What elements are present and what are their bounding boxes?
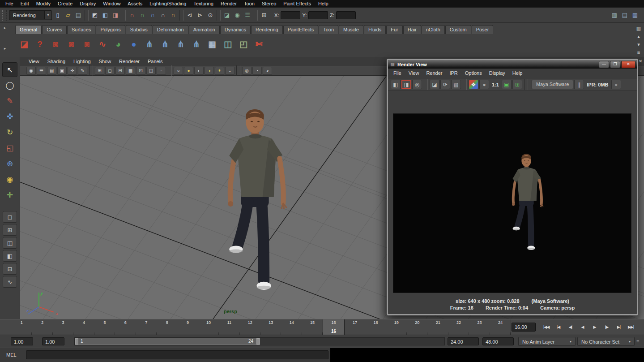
panel-menu-renderer[interactable]: Renderer	[115, 57, 144, 66]
step-back-one-key-button[interactable]: |◀	[553, 322, 564, 332]
ipr-render-icon[interactable]: ◉	[232, 10, 242, 20]
timeline-frame-2[interactable]: 2	[32, 319, 52, 335]
ipr-status-icon[interactable]: ●	[611, 80, 621, 89]
maximize-button[interactable]: ❐	[610, 61, 620, 68]
keep-image-icon[interactable]: ⊞	[512, 80, 522, 89]
rotate-tool[interactable]: ↻	[2, 125, 17, 140]
select-object-icon[interactable]: ◧	[100, 10, 110, 20]
show-tool-settings-icon[interactable]: ▤	[620, 10, 630, 20]
render-view-menu-options[interactable]: Options	[461, 69, 486, 78]
construction-history-icon[interactable]: ⊙	[205, 10, 215, 20]
play-backwards-button[interactable]: ◀	[577, 322, 588, 332]
save-scene-icon[interactable]: ▤	[73, 10, 83, 20]
timeline-frame-1[interactable]: 1	[11, 319, 32, 335]
refresh-ipr-image-icon[interactable]: ⟳	[440, 80, 450, 89]
playback-end-field[interactable]: 24.00	[448, 337, 479, 345]
render-view-menu-help[interactable]: Help	[509, 69, 526, 78]
shelf-tab-general[interactable]: General	[15, 25, 42, 34]
timeline-frame-21[interactable]: 21	[427, 319, 448, 335]
render-view-menu-display[interactable]: Display	[486, 69, 509, 78]
range-slider-track[interactable]: 1 24	[74, 337, 445, 345]
chevron-down-icon[interactable]: ▼	[44, 11, 51, 19]
node-network-icon-2[interactable]: ⋔	[158, 37, 172, 52]
command-output[interactable]	[330, 348, 644, 362]
group-divider[interactable]	[85, 10, 89, 21]
z-input[interactable]	[336, 11, 356, 19]
timeline-frame-12[interactable]: 12	[240, 319, 260, 335]
shelf-tab-fluids[interactable]: Fluids	[364, 25, 386, 34]
close-button[interactable]: ✕	[621, 61, 635, 68]
snapshot-icon[interactable]: ◎	[412, 80, 422, 89]
menu-item-display[interactable]: Display	[76, 0, 99, 8]
render-settings-icon[interactable]: ☰	[243, 10, 252, 20]
timeline-frame-19[interactable]: 19	[386, 319, 407, 335]
group-divider[interactable]	[179, 10, 183, 21]
pan-zoom-icon[interactable]: ✛	[68, 67, 77, 75]
step-forward-one-key-button[interactable]: ▶|	[613, 322, 624, 332]
status-line-grip[interactable]	[2, 10, 7, 21]
wireframe-icon[interactable]: ○	[174, 67, 183, 75]
shelf-tab-animation[interactable]: Animation	[189, 25, 220, 34]
group-divider[interactable]	[122, 10, 126, 21]
make-live-icon[interactable]: ∩	[168, 10, 178, 20]
menu-item-toon[interactable]: Toon	[240, 0, 258, 8]
timeline-frame-23[interactable]: 23	[469, 319, 490, 335]
textured-icon[interactable]: ◑	[205, 67, 214, 75]
selection-mask-icon[interactable]: ⊞	[259, 10, 269, 20]
output-connections-icon[interactable]: ⊳	[195, 10, 205, 20]
node-network-icon-1[interactable]: ⋔	[142, 37, 157, 52]
select-camera-icon[interactable]: ◉	[26, 67, 36, 75]
sphere-green-icon[interactable]: ◕	[111, 37, 125, 52]
clapperboard-icon[interactable]: ◪	[17, 37, 31, 52]
knife-icon[interactable]: ✄	[252, 37, 266, 52]
menu-set-selector[interactable]: Rendering ▼	[9, 10, 52, 20]
sphere-blue-icon[interactable]: ●	[127, 37, 141, 52]
timeline-frame-4[interactable]: 4	[73, 319, 94, 335]
gate-mask-icon[interactable]: ▩	[126, 67, 135, 75]
shelf-tab-polygons[interactable]: Polygons	[96, 25, 125, 34]
shelf-tab-surfaces[interactable]: Surfaces	[67, 25, 95, 34]
curve-swirl-icon[interactable]: ∿	[95, 37, 110, 52]
shelf-collapse-icon[interactable]: ▸	[2, 26, 8, 30]
timeline-frame-20[interactable]: 20	[407, 319, 427, 335]
shelf-tab-poser[interactable]: Poser	[472, 25, 494, 34]
timeline-frame-13[interactable]: 13	[260, 319, 281, 335]
go-to-end-button[interactable]: ▶▶|	[625, 322, 636, 332]
shelf-tab-custom[interactable]: Custom	[445, 25, 471, 34]
group-divider[interactable]	[168, 65, 172, 76]
render-view-titlebar[interactable]: ▨ Render View —❐✕	[388, 60, 637, 69]
smooth-shade-icon[interactable]: ●	[184, 67, 193, 75]
shelf-menu-icon[interactable]: ≡	[635, 49, 642, 56]
range-options-icon[interactable]: ≡	[636, 338, 639, 344]
group-divider[interactable]	[424, 79, 428, 90]
camera-aim-up-icon[interactable]: ◙	[80, 37, 94, 52]
group-divider[interactable]	[254, 10, 258, 21]
shelf-tab-toon[interactable]: Toon	[319, 25, 338, 34]
range-start-handle[interactable]	[75, 338, 78, 345]
minimize-button[interactable]: —	[599, 61, 609, 68]
grid-icon[interactable]: ⊞	[95, 67, 104, 75]
film-gate-icon[interactable]: ◻	[105, 67, 115, 75]
soft-modification-tool[interactable]: ◉	[2, 172, 17, 187]
lasso-select-tool[interactable]: ◯	[2, 78, 17, 93]
exposure-icon[interactable]: ◕	[263, 67, 272, 75]
resolution-gate-icon[interactable]: ⊟	[115, 67, 125, 75]
timeline-frame-9[interactable]: 9	[177, 319, 198, 335]
play-forwards-button[interactable]: ▶	[589, 322, 600, 332]
animation-start-field[interactable]: 1.00	[11, 337, 33, 345]
timeline-frame-5[interactable]: 5	[94, 319, 115, 335]
layout-two-pane-button[interactable]: ◫	[3, 237, 17, 249]
alpha-channel-icon[interactable]: ●	[479, 80, 489, 89]
shelf-scroll-up-icon[interactable]: ▴	[635, 33, 642, 40]
menu-item-modify[interactable]: Modify	[33, 0, 54, 8]
go-to-start-button[interactable]: |◀◀	[541, 322, 552, 332]
timeline-frame-10[interactable]: 10	[198, 319, 219, 335]
menu-item-texturing[interactable]: Texturing	[190, 0, 217, 8]
snap-to-grid-icon[interactable]: ∩	[127, 10, 137, 20]
command-input[interactable]	[26, 350, 328, 359]
field-chart-icon[interactable]: ⊡	[136, 67, 145, 75]
snap-to-curve-icon[interactable]: ∩	[137, 10, 147, 20]
timeline-frame-3[interactable]: 3	[53, 319, 73, 335]
layout-hypergraph-button[interactable]: ⊟	[3, 263, 17, 275]
show-manipulator-tool[interactable]: ✛	[2, 188, 17, 203]
